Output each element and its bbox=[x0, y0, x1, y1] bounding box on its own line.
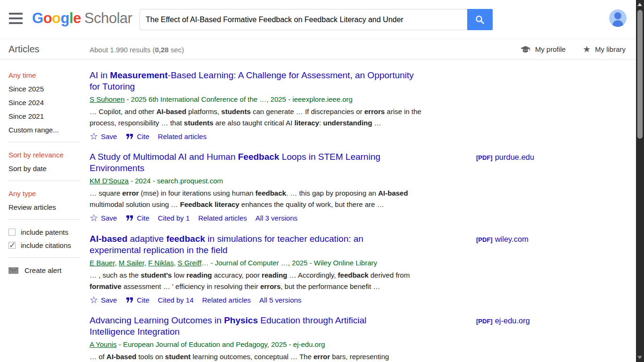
hamburger-menu-icon[interactable] bbox=[9, 13, 23, 25]
author-link[interactable]: S Greiff bbox=[178, 259, 202, 267]
pdf-domain: ej-edu.org bbox=[495, 316, 530, 325]
top-header: GoogleScholar bbox=[0, 0, 636, 39]
logo-letter: e bbox=[73, 10, 81, 26]
envelope-icon bbox=[8, 267, 18, 274]
scrollbar-down-arrow-icon[interactable] bbox=[637, 356, 642, 359]
result-title-link[interactable]: A Study of Multimodal AI and Human Feedb… bbox=[90, 151, 414, 174]
sidebar-item-custom-range-[interactable]: Custom range... bbox=[8, 126, 85, 134]
action-cited-by-1[interactable]: Cited by 1 bbox=[158, 214, 190, 222]
search-result: Advancing Learning Outcomes in Physics E… bbox=[90, 315, 504, 362]
result-actions: ☆SaveCiteCited by 1Related articlesAll 3… bbox=[90, 213, 504, 222]
search-icon bbox=[475, 15, 485, 25]
scrollbar-thumb[interactable] bbox=[637, 10, 643, 139]
logo-letter: G bbox=[32, 10, 43, 26]
divider bbox=[8, 181, 80, 181]
checkbox-label: include patents bbox=[21, 228, 68, 236]
action-cite[interactable]: Cite bbox=[125, 214, 149, 222]
author-link[interactable]: KM D'Souza bbox=[90, 177, 129, 185]
result-title-link[interactable]: AI-based adaptive feedback in simulation… bbox=[90, 233, 414, 256]
logo-letter: o bbox=[52, 10, 60, 26]
action-related-articles[interactable]: Related articles bbox=[158, 132, 206, 140]
result-snippet: … , such as the student's low reading ac… bbox=[90, 270, 430, 292]
user-avatar[interactable] bbox=[609, 9, 627, 27]
sidebar-item-any-type[interactable]: Any type bbox=[8, 189, 85, 197]
search-result: AI-based adaptive feedback in simulation… bbox=[90, 233, 504, 304]
action-cited-by-14[interactable]: Cited by 14 bbox=[158, 296, 194, 304]
sidebar-item-sort-by-date[interactable]: Sort by date bbox=[8, 165, 85, 173]
vertical-scrollbar[interactable] bbox=[636, 0, 644, 362]
google-logo-text: Google bbox=[32, 10, 81, 26]
search-input[interactable] bbox=[140, 9, 468, 30]
checkbox-label: include citations bbox=[21, 241, 71, 249]
sidebar-item-any-time[interactable]: Any time bbox=[8, 71, 85, 79]
author-link[interactable]: F Niklas bbox=[148, 259, 173, 267]
library-star-icon: ★ bbox=[583, 45, 591, 54]
pdf-link[interactable]: [PDF]wiley.com bbox=[476, 235, 528, 244]
create-alert-link[interactable]: Create alert bbox=[8, 266, 85, 274]
articles-label: Articles bbox=[8, 44, 40, 55]
search-result: A Study of Multimodal AI and Human Feedb… bbox=[90, 151, 504, 222]
sidebar-item-since-2025[interactable]: Since 2025 bbox=[8, 85, 85, 93]
save-star-icon: ☆ bbox=[90, 295, 98, 304]
author-link[interactable]: A Younis bbox=[90, 340, 117, 348]
divider bbox=[8, 257, 80, 258]
scrollbar-up-arrow-icon[interactable] bbox=[637, 3, 642, 6]
search-result: AI in Measurement-Based Learning: A Chal… bbox=[90, 70, 504, 141]
my-library-link[interactable]: ★ My library bbox=[583, 45, 626, 54]
cite-quotes-icon bbox=[125, 214, 134, 222]
google-scholar-logo[interactable]: GoogleScholar bbox=[32, 10, 132, 27]
checkbox-unchecked-icon[interactable] bbox=[8, 229, 16, 236]
cite-quotes-icon bbox=[125, 296, 134, 304]
sidebar-item-since-2021[interactable]: Since 2021 bbox=[8, 112, 85, 120]
pdf-domain: wiley.com bbox=[495, 235, 528, 243]
action-save[interactable]: ☆Save bbox=[90, 132, 117, 141]
cite-quotes-icon bbox=[125, 133, 134, 140]
filters-sidebar: Any timeSince 2025Since 2024Since 2021Cu… bbox=[8, 71, 85, 274]
results-stats: About 1.990 results (0,28 sec) bbox=[90, 46, 184, 54]
author-link[interactable]: M Sailer bbox=[119, 259, 144, 267]
search-button[interactable] bbox=[467, 9, 493, 30]
action-save[interactable]: ☆Save bbox=[90, 213, 117, 222]
author-link[interactable]: E Bauer bbox=[90, 259, 115, 267]
my-profile-link[interactable]: My profile bbox=[520, 45, 566, 54]
author-link[interactable]: S Suhonen bbox=[90, 95, 124, 103]
pdf-tag: [PDF] bbox=[476, 154, 493, 161]
result-authors-line: E Bauer, M Sailer, F Niklas, S Greiff… -… bbox=[90, 259, 429, 267]
sidebar-item-review-articles[interactable]: Review articles bbox=[8, 203, 85, 211]
logo-letter: o bbox=[43, 10, 52, 26]
action-related-articles[interactable]: Related articles bbox=[198, 214, 247, 222]
divider bbox=[8, 219, 80, 220]
pdf-link[interactable]: [PDF]ej-edu.org bbox=[476, 316, 530, 325]
checkbox-include-citations[interactable]: include citations bbox=[8, 241, 85, 249]
checkbox-include-patents[interactable]: include patents bbox=[8, 228, 85, 236]
result-authors-line: A Younis - European Journal of Education… bbox=[90, 340, 429, 348]
sidebar-item-sort-by-relevance[interactable]: Sort by relevance bbox=[8, 151, 85, 159]
pdf-link[interactable]: [PDF]purdue.edu bbox=[476, 153, 534, 162]
divider bbox=[8, 142, 80, 142]
result-title-link[interactable]: AI in Measurement-Based Learning: A Chal… bbox=[90, 70, 414, 92]
results-subheader: Articles About 1.990 results (0,28 sec) … bbox=[0, 40, 636, 60]
logo-letter: l bbox=[69, 10, 73, 26]
action-all-3-versions[interactable]: All 3 versions bbox=[256, 214, 297, 222]
action-cite[interactable]: Cite bbox=[125, 132, 149, 140]
result-authors-line: S Suhonen - 2025 6th International Confe… bbox=[90, 95, 429, 103]
avatar-torso bbox=[612, 20, 623, 27]
graduation-cap-icon bbox=[520, 46, 531, 53]
pdf-tag: [PDF] bbox=[476, 236, 493, 243]
logo-letter: g bbox=[61, 10, 69, 26]
action-all-5-versions[interactable]: All 5 versions bbox=[259, 296, 301, 304]
result-actions: ☆SaveCiteCited by 14Related articlesAll … bbox=[90, 295, 504, 304]
action-related-articles[interactable]: Related articles bbox=[202, 296, 251, 304]
action-cite[interactable]: Cite bbox=[125, 296, 149, 304]
result-actions: ☆SaveCiteRelated articles bbox=[90, 132, 504, 141]
action-save[interactable]: ☆Save bbox=[90, 295, 117, 304]
result-title-link[interactable]: Advancing Learning Outcomes in Physics E… bbox=[90, 315, 414, 337]
checkbox-checked-icon[interactable] bbox=[8, 242, 16, 249]
result-authors-line: KM D'Souza - 2024 - search.proquest.com bbox=[90, 177, 429, 185]
result-snippet: … of AI-based tools on student learning … bbox=[90, 351, 430, 362]
scholar-logo-text: Scholar bbox=[84, 10, 132, 26]
sidebar-item-since-2024[interactable]: Since 2024 bbox=[8, 99, 85, 107]
save-star-icon: ☆ bbox=[90, 132, 98, 141]
pdf-tag: [PDF] bbox=[476, 318, 493, 325]
result-snippet: … square error (mse) in four iterations … bbox=[90, 188, 430, 210]
